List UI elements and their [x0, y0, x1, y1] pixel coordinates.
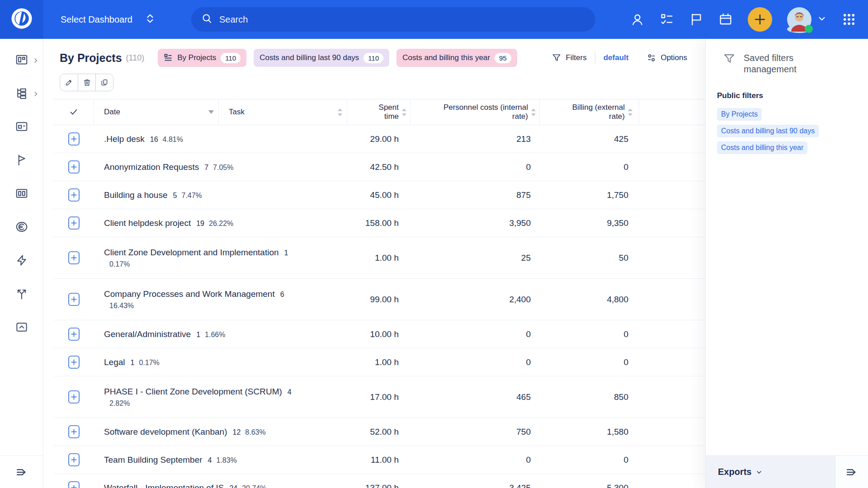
spent-time-cell: 1.00 h — [347, 357, 410, 367]
table-row[interactable]: Company Processes and Work Management616… — [53, 279, 705, 320]
panel-collapse-button[interactable] — [835, 455, 868, 488]
user-icon[interactable] — [630, 12, 645, 27]
column-header-spent-time[interactable]: Spent time — [347, 99, 410, 125]
table-row[interactable]: Client helpdesk project1926.22% 158.00 h… — [53, 209, 705, 237]
personnel-costs-cell: 0 — [410, 357, 540, 367]
table-row[interactable]: Team Building September41.83% 11.00 h 0 … — [53, 446, 705, 474]
expand-plus-icon[interactable] — [68, 160, 80, 174]
column-header-personnel-costs[interactable]: Personnel costs (internal rate) — [410, 99, 540, 125]
avatar-chevron-down-icon[interactable] — [817, 14, 827, 25]
expand-plus-icon[interactable] — [68, 481, 80, 488]
entry-count: 24 — [229, 484, 237, 488]
apps-grid-icon[interactable] — [842, 12, 856, 27]
expand-plus-icon[interactable] — [68, 216, 80, 230]
table-row[interactable]: Legal10.17% 1.00 h 0 0 — [53, 348, 705, 376]
saved-filter-link[interactable]: Costs and billing last 90 days — [717, 125, 819, 137]
chip-count-badge: 110 — [363, 53, 383, 63]
table-row[interactable]: Client Zone Development and Implementati… — [53, 237, 705, 279]
table-row[interactable]: Software development (Kanban)128.63% 52.… — [53, 418, 705, 446]
entry-count: 4 — [208, 456, 212, 464]
search-bar[interactable] — [191, 7, 595, 32]
chip-label: Costs and billing last 90 days — [259, 53, 359, 62]
spent-time-cell: 137.00 h — [347, 483, 410, 488]
funnel-icon — [552, 53, 561, 63]
project-group-label: General/Administrative11.66% — [94, 328, 347, 341]
entry-count: 1 — [196, 331, 200, 338]
table-row[interactable]: General/Administrative11.66% 10.00 h 0 0 — [53, 320, 705, 348]
sidebar-item-boards[interactable] — [0, 187, 43, 200]
sidebar-item-milestones[interactable] — [0, 153, 43, 167]
table-row[interactable]: PHASE I - Client Zone Development (SCRUM… — [53, 376, 705, 418]
table-row[interactable]: Building a house57.47% 45.00 h 875 1,750 — [53, 181, 705, 209]
search-icon — [201, 13, 213, 26]
copy-button[interactable] — [95, 74, 113, 91]
expand-plus-icon[interactable] — [68, 293, 80, 306]
table-row[interactable]: .Help desk164.81% 29.00 h 213 425 — [53, 125, 705, 153]
search-input[interactable] — [219, 14, 585, 25]
chip-label: By Projects — [177, 53, 216, 62]
chevron-right-icon[interactable] — [33, 90, 38, 99]
default-filter-link[interactable]: default — [604, 53, 629, 62]
filters-button[interactable]: Filters — [552, 53, 586, 63]
table-row[interactable]: Waterfall - Implementation of IS2420.74%… — [53, 474, 705, 488]
saved-filter-link[interactable]: Costs and billing this year — [717, 141, 807, 154]
personnel-costs-cell: 875 — [410, 190, 540, 200]
spent-time-cell: 11.00 h — [347, 455, 410, 465]
dashboard-selector[interactable]: Select Dashboard — [61, 0, 155, 39]
expand-plus-icon[interactable] — [68, 132, 80, 145]
spent-time-cell: 17.00 h — [347, 392, 410, 402]
expand-plus-icon[interactable] — [68, 328, 80, 341]
personnel-costs-cell: 465 — [410, 392, 540, 402]
percent-share: 26.22% — [209, 220, 233, 227]
expand-plus-icon[interactable] — [68, 356, 80, 369]
edit-button[interactable] — [60, 74, 78, 91]
sidebar-item-archive[interactable] — [0, 320, 43, 334]
sidebar-item-finance[interactable] — [0, 220, 43, 234]
expand-arrow-icon — [15, 465, 28, 479]
project-group-label: Waterfall - Implementation of IS2420.74% — [94, 482, 347, 488]
select-all-header[interactable] — [53, 99, 94, 125]
public-filters-heading: Public filters — [706, 75, 868, 100]
sidebar-item-workflow[interactable] — [0, 287, 43, 300]
billing-cell: 0 — [540, 162, 639, 172]
column-header-billing[interactable]: Billing (external rate) — [540, 99, 639, 125]
sidebar-expand-button[interactable] — [0, 455, 43, 488]
app-logo[interactable] — [0, 0, 43, 39]
add-button[interactable] — [748, 7, 772, 32]
expand-plus-icon[interactable] — [68, 188, 80, 202]
app-root: Select Dashboard — [0, 0, 868, 488]
filter-chip-by-projects[interactable]: By Projects 110 — [158, 49, 246, 67]
options-button[interactable]: Options — [646, 53, 687, 63]
saved-filter-link[interactable]: By Projects — [717, 108, 762, 121]
table-row[interactable]: Anonymization Requests77.05% 42.50 h 0 0 — [53, 153, 705, 181]
user-menu[interactable] — [787, 7, 827, 32]
delete-button[interactable] — [78, 74, 95, 91]
exports-button[interactable]: Exports — [706, 455, 835, 488]
topbar: Select Dashboard — [0, 0, 868, 39]
chevron-right-icon[interactable] — [33, 57, 38, 65]
filter-chip-last-90-days[interactable]: Costs and billing last 90 days 110 — [254, 49, 389, 67]
column-header-date[interactable]: Date — [94, 99, 219, 125]
expand-plus-icon[interactable] — [68, 390, 80, 404]
personnel-costs-cell: 213 — [410, 134, 540, 144]
sidebar-item-hierarchy[interactable] — [0, 86, 43, 100]
check-icon — [69, 107, 79, 117]
sidebar-item-quick-actions[interactable] — [0, 253, 43, 267]
entry-count: 1 — [284, 249, 288, 257]
percent-share: 8.63% — [245, 428, 265, 436]
sort-icon — [402, 108, 406, 116]
expand-plus-icon[interactable] — [68, 251, 80, 264]
filter-chip-this-year[interactable]: Costs and billing this year 95 — [396, 49, 517, 67]
percent-share: 4.81% — [163, 136, 183, 143]
sidebar-item-dashboards[interactable] — [0, 53, 43, 66]
percent-share: 7.47% — [181, 192, 202, 199]
flag-icon[interactable] — [689, 12, 703, 27]
main-content: By Projects (110) By Projects 110 Costs … — [43, 39, 705, 488]
sidebar-item-projects[interactable] — [0, 120, 43, 133]
column-header-task[interactable]: Task — [219, 99, 347, 125]
checklist-icon[interactable] — [660, 12, 674, 27]
calendar-icon[interactable] — [718, 12, 733, 27]
expand-plus-icon[interactable] — [68, 425, 80, 438]
spent-time-cell: 52.00 h — [347, 427, 410, 437]
expand-plus-icon[interactable] — [68, 453, 80, 466]
